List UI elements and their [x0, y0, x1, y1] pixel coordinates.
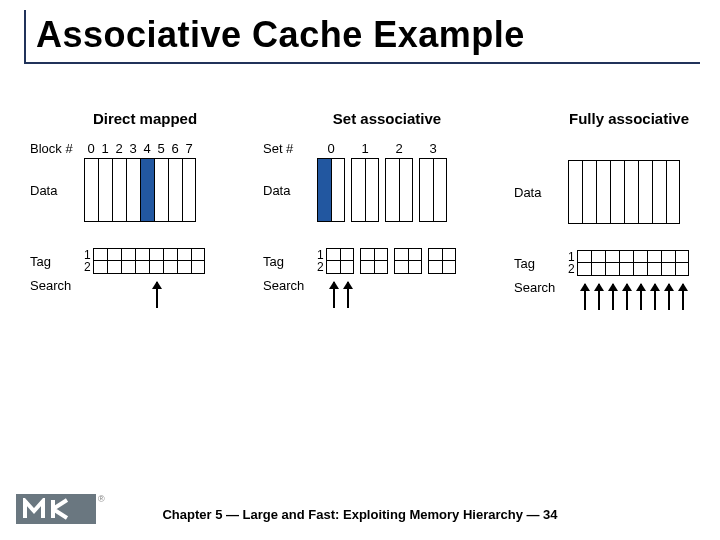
search-arrow-slot — [178, 282, 192, 308]
cache-cell — [84, 158, 98, 222]
search-row-direct: Search — [30, 278, 206, 308]
block-index: 0 — [84, 141, 98, 156]
tag-row-direct: Tag 1 2 — [30, 248, 206, 274]
up-arrow-icon — [668, 284, 670, 310]
cache-cell — [619, 250, 633, 276]
panel-title-direct: Direct mapped — [84, 110, 206, 127]
tag-row-set: Tag 1 2 — [263, 248, 457, 274]
label-search: Search — [263, 278, 317, 293]
label-tag: Tag — [30, 254, 84, 269]
set-index: 0 — [317, 141, 345, 156]
search-arrow-slot — [676, 284, 690, 310]
data-row-full: Data — [514, 160, 690, 224]
cache-cell — [419, 158, 433, 222]
up-arrow-icon — [156, 282, 158, 308]
tag-row-nums: 1 2 — [84, 249, 91, 273]
cache-cell — [394, 248, 408, 274]
cache-cell — [340, 248, 354, 274]
search-arrow-slot — [164, 282, 178, 308]
cache-set — [351, 158, 379, 222]
cache-set — [394, 248, 422, 274]
up-arrow-icon — [626, 284, 628, 310]
block-index: 1 — [98, 141, 112, 156]
search-arrow-slot — [634, 284, 648, 310]
cache-cell — [140, 158, 154, 222]
cache-cell — [408, 248, 422, 274]
cache-cell — [433, 158, 447, 222]
cache-cell — [591, 250, 605, 276]
search-arrow-slot — [443, 282, 457, 308]
cache-cell — [633, 250, 647, 276]
search-row-set: Search — [263, 278, 457, 308]
cache-set — [419, 158, 447, 222]
cache-cell — [385, 158, 399, 222]
search-arrow-slot — [327, 282, 341, 308]
data-row-set: Data — [263, 158, 457, 222]
search-arrow-slot — [136, 282, 150, 308]
cache-set — [326, 248, 354, 274]
up-arrow-icon — [584, 284, 586, 310]
registered-mark: ® — [98, 494, 105, 504]
cache-set — [428, 248, 456, 274]
panel-fully-associative: Fully associative Data Tag 1 2 Search — [514, 110, 690, 314]
cache-cell — [93, 248, 107, 274]
cache-cell — [399, 158, 413, 222]
cache-cell — [605, 250, 619, 276]
up-arrow-icon — [612, 284, 614, 310]
cache-cell — [652, 160, 666, 224]
set-index: 2 — [385, 141, 413, 156]
full-index-row — [514, 141, 690, 158]
up-arrow-icon — [640, 284, 642, 310]
up-arrow-icon — [333, 282, 335, 308]
label-tag: Tag — [263, 254, 317, 269]
cache-set — [360, 248, 388, 274]
search-arrow-slot — [409, 282, 423, 308]
cache-cell — [638, 160, 652, 224]
cache-cell — [135, 248, 149, 274]
cache-cell — [365, 158, 379, 222]
label-search: Search — [30, 278, 84, 293]
cache-cell — [154, 158, 168, 222]
block-index: 5 — [154, 141, 168, 156]
tag-row-nums: 1 2 — [568, 251, 575, 275]
block-index: 3 — [126, 141, 140, 156]
search-arrow-slot — [94, 282, 108, 308]
label-data: Data — [263, 183, 317, 198]
label-search: Search — [514, 280, 568, 295]
diagram-panels: Direct mapped Block # 01234567 Data Tag … — [30, 110, 690, 314]
cache-cell — [596, 160, 610, 224]
slide-footer: Chapter 5 — Large and Fast: Exploiting M… — [0, 507, 720, 522]
cache-cell — [661, 250, 675, 276]
label-data: Data — [514, 185, 568, 200]
cache-cell — [168, 158, 182, 222]
cache-cell — [577, 250, 591, 276]
cache-cell — [428, 248, 442, 274]
set-index-row: Set # 0123 — [263, 141, 457, 156]
cache-cell — [331, 158, 345, 222]
search-arrow-slot — [620, 284, 634, 310]
cache-cell — [126, 158, 140, 222]
search-arrow-slot — [150, 282, 164, 308]
cache-cell — [374, 248, 388, 274]
label-set-num: Set # — [263, 141, 317, 156]
label-block-num: Block # — [30, 141, 84, 156]
cache-cell — [163, 248, 177, 274]
block-index: 7 — [182, 141, 196, 156]
search-arrow-slot — [108, 282, 122, 308]
search-arrow-slot — [578, 284, 592, 310]
cache-cell — [568, 160, 582, 224]
cache-cell — [149, 248, 163, 274]
up-arrow-icon — [347, 282, 349, 308]
panel-set-associative: Set associative Set # 0123 Data Tag 1 2 … — [263, 110, 457, 314]
cache-cell — [675, 250, 689, 276]
block-index: 6 — [168, 141, 182, 156]
tag-row-full: Tag 1 2 — [514, 250, 690, 276]
up-arrow-icon — [682, 284, 684, 310]
search-row-full: Search — [514, 280, 690, 310]
search-arrow-slot — [375, 282, 389, 308]
search-arrow-slot — [341, 282, 355, 308]
cache-cell — [666, 160, 680, 224]
cache-set — [317, 158, 345, 222]
block-index-row: Block # 01234567 — [30, 141, 206, 156]
cache-cell — [191, 248, 205, 274]
